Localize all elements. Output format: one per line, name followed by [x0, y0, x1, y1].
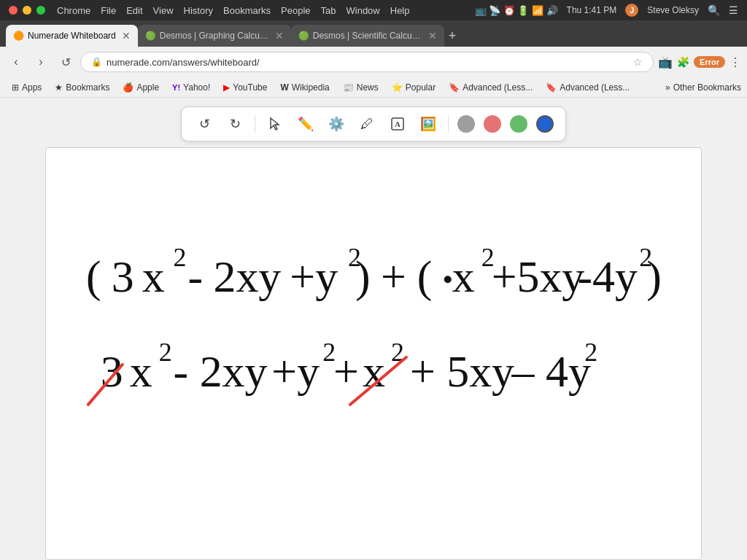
color-swatch-blue[interactable]	[536, 115, 554, 133]
bookmark-news[interactable]: 📰 News	[337, 80, 384, 95]
bookmark-apple[interactable]: 🍎 Apple	[117, 80, 165, 95]
menu-history[interactable]: History	[184, 5, 213, 16]
bookmark-advanced-2[interactable]: 🔖 Advanced (Less...	[540, 80, 635, 95]
highlighter-tool-button[interactable]: 🖊	[356, 113, 378, 135]
tab-numerade[interactable]: 🟠 Numerade Whiteboard ✕	[6, 25, 138, 47]
text-tool-button[interactable]: A	[387, 113, 409, 135]
svg-text:+y: +y	[271, 346, 320, 396]
svg-text:2xy: 2xy	[213, 252, 281, 301]
back-button[interactable]: ‹	[6, 52, 26, 72]
svg-text:+y: +y	[290, 252, 338, 301]
user-avatar[interactable]: J	[625, 4, 638, 17]
menu-people[interactable]: People	[281, 5, 310, 16]
tab-label-desmos2: Desmos | Scientific Calcula...	[313, 31, 422, 41]
bookmark-advanced-1[interactable]: 🔖 Advanced (Less...	[443, 80, 538, 95]
tab-favicon-desmos2: 🟢	[298, 31, 309, 41]
bookmark-advanced-2-label: Advanced (Less...	[560, 82, 630, 93]
address-bar-right: 📺 🧩 Error ⋮	[658, 55, 741, 69]
whiteboard-toolbar: ↺ ↻ ✏️ ⚙️ 🖊 A 🖼️	[181, 106, 566, 141]
svg-text:+ 5xy: + 5xy	[410, 346, 514, 396]
error-badge[interactable]: Error	[694, 56, 725, 68]
undo-button[interactable]: ↺	[193, 113, 215, 135]
bookmark-bookmarks[interactable]: ★ Bookmarks	[49, 80, 115, 95]
bookmark-wikipedia-label: Wikipedia	[292, 82, 330, 93]
select-tool-button[interactable]	[264, 113, 286, 135]
system-icon: 📺 📡 ⏰ 🔋 📶 🔊	[475, 5, 558, 16]
other-bookmarks-label: Other Bookmarks	[673, 82, 741, 93]
menu-icon[interactable]: ☰	[729, 4, 738, 16]
new-tab-button[interactable]: +	[444, 25, 461, 47]
toolbar-separator-2	[448, 115, 449, 133]
forward-button[interactable]: ›	[31, 52, 51, 72]
svg-text:- 2xy: - 2xy	[174, 346, 268, 396]
address-input[interactable]: 🔒 numerade.com/answers/whiteboard/ ☆	[80, 52, 654, 72]
bookmark-yahoo[interactable]: Y! Yahoo!	[166, 80, 216, 95]
toolbar-separator-1	[255, 115, 255, 133]
tab-close-desmos2[interactable]: ✕	[428, 30, 437, 42]
menu-tab[interactable]: Tab	[321, 5, 336, 16]
menu-help[interactable]: Help	[390, 5, 410, 16]
chrome-menu-icon[interactable]: ⋮	[729, 55, 741, 69]
maximize-button[interactable]	[36, 6, 45, 15]
menu-edit[interactable]: Edit	[126, 5, 142, 16]
redo-button[interactable]: ↻	[224, 113, 246, 135]
close-button[interactable]	[9, 6, 18, 15]
cast-icon[interactable]: 📺	[658, 55, 673, 69]
bookmark-advanced-1-label: Advanced (Less...	[462, 82, 533, 93]
svg-text:): )	[646, 252, 662, 302]
svg-text:-4y: -4y	[577, 252, 638, 301]
yahoo-icon: Y!	[172, 83, 180, 92]
svg-text:– 4y: – 4y	[511, 346, 591, 396]
svg-text:+5xy: +5xy	[492, 252, 585, 301]
bookmark-wikipedia[interactable]: W Wikipedia	[274, 80, 335, 95]
svg-text:2: 2	[159, 338, 172, 367]
tools-button[interactable]: ⚙️	[325, 113, 347, 135]
bookmark-youtube[interactable]: ▶ YouTube	[217, 80, 273, 95]
menu-file[interactable]: File	[101, 5, 116, 16]
svg-text:3: 3	[112, 252, 134, 301]
clock: Thu 1:41 PM	[567, 5, 617, 15]
menu-bookmarks[interactable]: Bookmarks	[223, 5, 271, 16]
bookmark-1-icon: 🔖	[449, 82, 460, 93]
svg-text:x: x	[363, 346, 385, 396]
url-text: numerade.com/answers/whiteboard/	[107, 57, 629, 68]
color-swatch-green[interactable]	[510, 115, 527, 133]
popular-icon: ⭐	[392, 82, 403, 93]
svg-text:x: x	[452, 252, 475, 301]
browser-content: ↺ ↻ ✏️ ⚙️ 🖊 A 🖼️	[0, 98, 747, 560]
bookmark-apps-label: Apps	[22, 82, 42, 93]
tab-close-desmos1[interactable]: ✕	[275, 30, 284, 42]
tab-desmos-scientific[interactable]: 🟢 Desmos | Scientific Calcula... ✕	[291, 25, 444, 47]
apps-icon: ⊞	[12, 82, 19, 93]
tab-close-numerade[interactable]: ✕	[122, 30, 131, 42]
bookmark-star-icon[interactable]: ☆	[633, 56, 643, 68]
minimize-button[interactable]	[23, 6, 31, 15]
color-swatch-gray[interactable]	[457, 115, 475, 133]
menu-window[interactable]: Window	[347, 5, 380, 16]
svg-text:(: (	[417, 252, 433, 302]
color-swatch-pink[interactable]	[484, 115, 501, 133]
address-bar: ‹ › ↺ 🔒 numerade.com/answers/whiteboard/…	[0, 47, 747, 77]
menu-chrome[interactable]: Chrome	[57, 5, 90, 16]
tab-favicon-numerade: 🟠	[13, 31, 23, 41]
username: Steve Oleksy	[647, 5, 699, 15]
tab-label-desmos1: Desmos | Graphing Calcula...	[160, 31, 269, 41]
title-bar-right: 📺 📡 ⏰ 🔋 📶 🔊 Thu 1:41 PM J Steve Oleksy 🔍…	[475, 4, 738, 17]
tab-desmos-graphing[interactable]: 🟢 Desmos | Graphing Calcula... ✕	[138, 25, 291, 47]
menu-view[interactable]: View	[153, 5, 174, 16]
bookmark-news-label: News	[357, 82, 379, 93]
whiteboard-canvas[interactable]: .math-hand { font-family: 'Brush Script …	[45, 147, 702, 560]
title-bar-menu: Chrome File Edit View History Bookmarks …	[57, 5, 410, 16]
search-icon[interactable]: 🔍	[708, 4, 720, 16]
news-icon: 📰	[343, 82, 354, 93]
reload-button[interactable]: ↺	[55, 52, 76, 72]
svg-text:x: x	[142, 252, 165, 301]
bookmark-apps[interactable]: ⊞ Apps	[6, 80, 47, 95]
image-tool-button[interactable]: 🖼️	[417, 113, 439, 135]
extensions-icon[interactable]: 🧩	[677, 56, 689, 68]
svg-text:2: 2	[584, 338, 597, 367]
bookmark-youtube-label: YouTube	[233, 82, 267, 93]
bookmark-popular[interactable]: ⭐ Popular	[386, 80, 441, 95]
other-bookmarks[interactable]: » Other Bookmarks	[665, 82, 741, 93]
pencil-tool-button[interactable]: ✏️	[295, 113, 317, 135]
